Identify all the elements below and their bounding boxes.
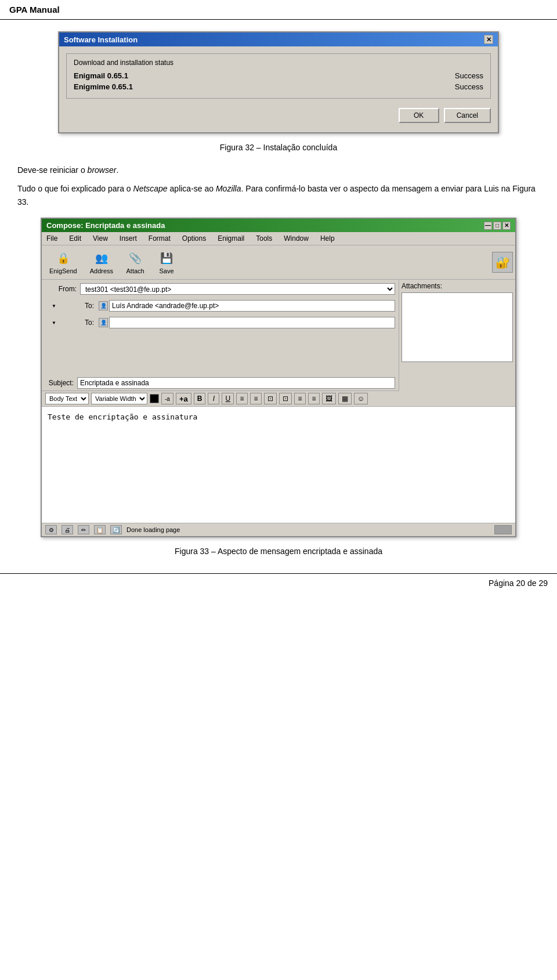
to-dropdown-1[interactable]: ▼ — [52, 303, 56, 309]
table-row: Enigmail 0.65.1 Success — [74, 71, 483, 80]
ok-button[interactable]: OK — [399, 108, 439, 123]
to-label-2: To: — [63, 319, 97, 327]
enigmail-status-icon: 🔐 — [492, 252, 513, 273]
menu-file[interactable]: File — [44, 233, 60, 244]
menu-window[interactable]: Window — [281, 233, 311, 244]
to-arrow-2[interactable]: ▼ — [45, 320, 63, 326]
body-text-content: Teste de encriptação e assinatura — [48, 413, 197, 421]
to-arrow-1[interactable]: ▼ — [45, 303, 63, 309]
indent-button[interactable]: ⊡ — [264, 393, 277, 404]
image-button[interactable]: 🖼 — [322, 393, 336, 404]
attach-icon: 📎 — [126, 250, 144, 266]
mozilla-italic: Mozilla — [216, 184, 241, 193]
underline-button[interactable]: U — [222, 393, 234, 404]
software-name-2: Enigmime 0.65.1 — [74, 82, 133, 91]
attach-button[interactable]: 📎 Attach — [121, 248, 150, 277]
dialog-buttons: OK Cancel — [66, 106, 491, 125]
software-status-2: Success — [455, 82, 483, 91]
unordered-list-button[interactable]: ≡ — [236, 393, 248, 404]
minimize-button[interactable]: — — [484, 222, 492, 230]
page-info: Página 20 de 29 — [489, 578, 548, 588]
compose-menubar: File Edit View Insert Format Options Eni… — [42, 232, 515, 245]
bold-button[interactable]: B — [194, 393, 206, 404]
to-input-2[interactable] — [109, 317, 395, 328]
to-label-1: To: — [63, 302, 97, 310]
align-left-button[interactable]: ≡ — [294, 393, 306, 404]
statusbar-icon-2: 🖨 — [62, 525, 73, 534]
dialog-title: Software Installation — [64, 35, 138, 44]
to-row-2: ▼ To: 👤 — [42, 315, 399, 330]
decrease-font-button[interactable]: -a — [161, 393, 173, 404]
ordered-list-button[interactable]: ≡ — [250, 393, 262, 404]
statusbar-icon-5: 🔄 — [110, 525, 122, 534]
to-input-1[interactable] — [109, 300, 395, 312]
save-label: Save — [160, 267, 174, 274]
figure33-caption: Figura 33 – Aspecto de mensagem encripta… — [17, 547, 540, 556]
from-row: From: test301 <test301@fe.up.pt> — [42, 281, 399, 296]
style-select[interactable]: Body Text — [45, 393, 89, 404]
compose-body[interactable]: Teste de encriptação e assinatura — [42, 407, 515, 523]
contact-icon-1[interactable]: 👤 — [99, 301, 108, 310]
statusbar-progress — [494, 525, 512, 534]
compose-title: Compose: Encriptada e assinada — [46, 221, 165, 230]
table-row: Enigmime 0.65.1 Success — [74, 82, 483, 91]
attachments-panel: Attachments: — [399, 280, 515, 391]
menu-format[interactable]: Format — [146, 233, 173, 244]
dialog-group-legend: Download and installation status — [74, 59, 483, 67]
enigsend-button[interactable]: 🔒 EnigSend — [44, 248, 82, 277]
compose-window: Compose: Encriptada e assinada — □ ✕ Fil… — [41, 218, 516, 537]
address-icon: 👥 — [92, 250, 111, 266]
from-label: From: — [45, 285, 80, 293]
page-title: GPA Manual — [9, 5, 60, 15]
to-dropdown-2[interactable]: ▼ — [52, 320, 56, 326]
cancel-button[interactable]: Cancel — [444, 108, 491, 123]
main-content: Software Installation ✕ Download and ins… — [0, 31, 557, 556]
empty-row-3 — [42, 361, 399, 374]
table-button[interactable]: ▦ — [338, 393, 352, 404]
menu-help[interactable]: Help — [318, 233, 337, 244]
align-right-button[interactable]: ≡ — [308, 393, 320, 404]
to-row-1: ▼ To: 👤 — [42, 298, 399, 313]
emoji-button[interactable]: ☺ — [354, 393, 368, 404]
contact-icon-2[interactable]: 👤 — [99, 318, 108, 327]
paragraph1-end: . — [116, 165, 118, 175]
from-select[interactable]: test301 <test301@fe.up.pt> — [80, 283, 395, 295]
maximize-button[interactable]: □ — [493, 222, 501, 230]
empty-row-2 — [42, 346, 399, 359]
enigsend-icon: 🔒 — [54, 250, 73, 266]
increase-font-button[interactable]: +a — [176, 393, 191, 404]
software-status-1: Success — [455, 71, 483, 80]
menu-edit[interactable]: Edit — [67, 233, 84, 244]
menu-tools[interactable]: Tools — [254, 233, 274, 244]
font-select[interactable]: Variable Width — [91, 393, 147, 404]
paragraph2-mid: aplica-se ao — [168, 184, 216, 193]
outdent-button[interactable]: ⊡ — [279, 393, 292, 404]
address-button[interactable]: 👥 Address — [85, 248, 118, 277]
menu-options[interactable]: Options — [180, 233, 208, 244]
figure32-caption: Figura 32 – Instalação concluída — [17, 143, 540, 152]
close-button[interactable]: ✕ — [502, 222, 511, 230]
paragraph1-text: Deve-se reiniciar o — [17, 165, 88, 175]
menu-view[interactable]: View — [91, 233, 110, 244]
paragraph2: Tudo o que foi explicado para o Netscape… — [17, 182, 540, 208]
subject-input[interactable] — [77, 377, 395, 389]
paragraph1: Deve-se reiniciar o browser. — [17, 164, 540, 176]
page-header: GPA Manual — [0, 0, 557, 20]
dialog-body: Download and installation status Enigmai… — [59, 46, 498, 132]
empty-row-1 — [42, 332, 399, 345]
paragraph2-start: Tudo o que foi explicado para o — [17, 184, 133, 193]
statusbar-icon-3: ✏ — [78, 525, 89, 534]
italic-button[interactable]: I — [208, 393, 219, 404]
compose-statusbar: ⚙ 🖨 ✏ 📋 🔄 Done loading page — [42, 523, 515, 536]
save-button[interactable]: 💾 Save — [152, 248, 181, 277]
text-color-block[interactable] — [150, 394, 159, 403]
menu-insert[interactable]: Insert — [117, 233, 139, 244]
attachments-box[interactable] — [402, 292, 513, 362]
subject-row: Subject: — [42, 375, 399, 391]
statusbar-icon-4: 📋 — [94, 525, 106, 534]
format-toolbar: Body Text Variable Width -a +a B I U ≡ ≡… — [42, 391, 515, 407]
save-icon: 💾 — [157, 250, 176, 266]
dialog-close-button[interactable]: ✕ — [484, 35, 493, 44]
dialog-group: Download and installation status Enigmai… — [66, 53, 491, 99]
menu-enigmail[interactable]: Enigmail — [215, 233, 247, 244]
